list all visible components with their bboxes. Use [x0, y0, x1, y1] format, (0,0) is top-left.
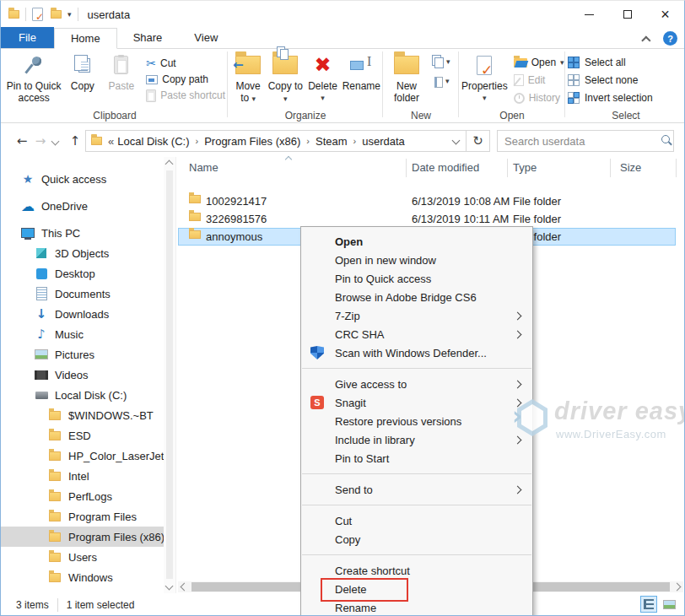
sidebar-item[interactable]: This PC — [1, 223, 164, 243]
sidebar-item[interactable]: $WINDOWS.~BT — [1, 405, 164, 425]
file-row[interactable]: 3226981576 6/13/2019 10:11 AM File folde… — [178, 210, 676, 228]
search-box[interactable] — [497, 130, 674, 152]
file-name[interactable]: annoymous — [206, 230, 262, 243]
file-row[interactable]: 1002921417 6/13/2019 10:08 AM File folde… — [178, 192, 676, 210]
open-button[interactable]: Open ▾ — [514, 55, 564, 70]
sidebar-item[interactable]: Pictures — [1, 344, 164, 365]
tab-view[interactable]: View — [178, 27, 234, 48]
refresh-button[interactable]: ↻ — [467, 130, 490, 152]
select-all-button[interactable]: Select all — [568, 55, 684, 70]
context-menu-item[interactable]: Send to — [301, 480, 532, 499]
context-menu-item[interactable]: Pin to Quick access — [301, 269, 532, 288]
edit-button[interactable]: Edit — [514, 73, 564, 88]
tab-home[interactable]: Home — [54, 28, 117, 49]
scroll-down-icon[interactable] — [165, 582, 174, 591]
context-menu-item[interactable]: Browse in Adobe Bridge CS6 — [301, 288, 532, 306]
breadcrumb-label[interactable]: Steam — [316, 135, 348, 148]
breadcrumb-overflow[interactable]: « — [102, 135, 117, 148]
sidebar-item[interactable]: Program Files — [1, 506, 164, 527]
context-menu-item[interactable]: Create shortcut — [301, 561, 532, 580]
file-name[interactable]: 1002921417 — [206, 195, 267, 208]
search-icon[interactable] — [660, 134, 673, 148]
search-input[interactable] — [498, 135, 660, 148]
context-menu-item[interactable]: Delete — [301, 580, 532, 598]
invert-selection-button[interactable]: Invert selection — [568, 90, 684, 105]
breadcrumb-label[interactable]: Program Files (x86) — [204, 135, 300, 148]
large-icons-view-button[interactable] — [661, 596, 677, 613]
sidebar-scrollbar[interactable] — [164, 157, 175, 593]
scroll-right-icon[interactable] — [673, 583, 682, 592]
collapse-ribbon-icon[interactable] — [641, 35, 650, 45]
context-menu-item[interactable]: Open — [301, 232, 532, 251]
sidebar-item[interactable]: Desktop — [1, 263, 164, 284]
sidebar-item[interactable]: Documents — [1, 284, 164, 304]
sidebar-item[interactable]: Videos — [1, 365, 164, 385]
context-menu-item[interactable]: Scan with Windows Defender... — [301, 343, 532, 362]
sidebar-item[interactable]: Downloads — [1, 304, 164, 324]
breadcrumb-chevron-icon[interactable]: › — [189, 136, 204, 146]
scroll-up-icon[interactable] — [165, 160, 174, 169]
back-button[interactable]: ← — [13, 133, 31, 149]
breadcrumb-segment[interactable]: › Program Files (x86) — [189, 135, 300, 148]
column-header-date[interactable]: Date modified — [412, 161, 479, 174]
close-button[interactable]: × — [646, 1, 684, 28]
maximize-button[interactable] — [608, 1, 646, 28]
context-menu-item[interactable]: Snagit — [301, 393, 532, 412]
qat-new-folder-icon[interactable] — [51, 10, 62, 19]
address-bar[interactable]: « › Local Disk (C:) › Program Files (x86… — [85, 130, 467, 152]
breadcrumb-chevron-icon[interactable]: › — [300, 136, 316, 146]
sidebar-item[interactable]: 3D Objects — [1, 243, 164, 263]
sidebar-item[interactable]: Users — [1, 547, 164, 567]
column-header-type[interactable]: Type — [513, 161, 537, 174]
easy-access-button[interactable]: ▾ — [434, 77, 450, 88]
copy-path-button[interactable]: Copy path — [146, 72, 225, 87]
sidebar-item[interactable]: OneDrive — [1, 196, 164, 216]
scroll-left-icon[interactable] — [181, 583, 189, 592]
history-button[interactable]: History — [514, 90, 564, 105]
select-none-button[interactable]: Select none — [568, 73, 684, 88]
context-menu-item[interactable] — [302, 554, 531, 555]
context-menu-item[interactable]: 7-Zip — [301, 306, 532, 325]
context-menu-item[interactable] — [302, 505, 531, 505]
scrollbar-thumb[interactable] — [166, 170, 173, 579]
breadcrumb-segment[interactable]: › Local Disk (C:) — [117, 135, 189, 148]
sidebar-item[interactable]: Windows — [1, 567, 164, 587]
tab-share[interactable]: Share — [117, 27, 179, 48]
cut-button[interactable]: ✂ Cut — [146, 56, 225, 71]
minimize-button[interactable] — [570, 1, 608, 28]
sidebar-item[interactable]: Quick access — [1, 169, 164, 189]
sidebar-item[interactable]: HP_Color_LaserJet_Pro_M — [1, 446, 164, 466]
qat-dropdown-caret[interactable]: ▾ — [67, 10, 72, 19]
file-name[interactable]: 3226981576 — [206, 213, 267, 225]
context-menu-item[interactable]: Pin to Start — [301, 449, 532, 467]
paste-shortcut-button[interactable]: Paste shortcut — [146, 88, 225, 103]
context-menu-item[interactable]: Give access to — [301, 375, 532, 393]
new-item-button[interactable]: ▾ — [434, 57, 450, 68]
forward-button[interactable]: → — [31, 133, 50, 149]
breadcrumb-chevron-icon[interactable]: › — [348, 136, 363, 146]
details-view-button[interactable] — [640, 596, 657, 613]
column-header-name[interactable]: Name — [189, 161, 218, 174]
sidebar-item[interactable]: Intel — [1, 466, 164, 486]
context-menu-item[interactable]: Rename — [301, 598, 532, 616]
context-menu-item[interactable] — [302, 368, 531, 369]
context-menu-item[interactable] — [302, 473, 531, 474]
tab-file[interactable]: File — [1, 27, 54, 48]
context-menu-item[interactable]: CRC SHA — [301, 325, 532, 343]
sidebar-item[interactable]: PerfLogs — [1, 486, 164, 506]
context-menu-item[interactable]: Include in library — [301, 430, 532, 449]
sidebar-item[interactable]: Program Files (x86) — [1, 527, 164, 547]
address-dropdown-caret[interactable] — [452, 137, 461, 145]
context-menu-item[interactable]: Restore previous versions — [301, 412, 532, 430]
sidebar-item[interactable] — [1, 587, 164, 593]
breadcrumb-label[interactable]: Local Disk (C:) — [117, 135, 189, 148]
sidebar-item[interactable]: Music — [1, 324, 164, 344]
context-menu-item[interactable]: Copy — [301, 530, 532, 548]
breadcrumb-segment[interactable]: › Steam — [300, 135, 347, 148]
sidebar-item[interactable]: Local Disk (C:) — [1, 385, 164, 405]
qat-properties-icon[interactable] — [32, 8, 43, 21]
column-header-size[interactable]: Size — [620, 161, 641, 174]
breadcrumb-label[interactable]: userdata — [362, 135, 405, 148]
breadcrumb-segment[interactable]: › userdata — [348, 135, 405, 148]
help-icon[interactable]: ? — [663, 31, 677, 46]
